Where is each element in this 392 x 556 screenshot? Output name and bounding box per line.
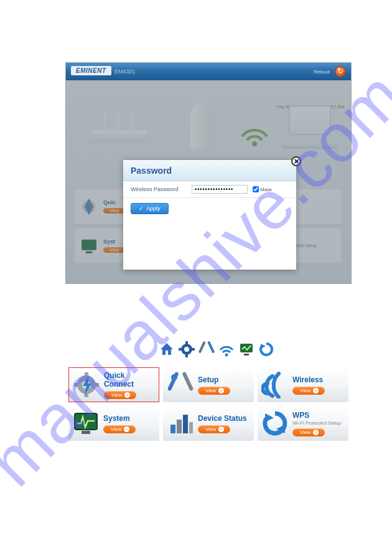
svg-rect-23 — [74, 383, 79, 387]
svg-rect-11 — [179, 348, 182, 351]
card-grid: Quick Connect View Setup View — [68, 367, 355, 441]
wireless-password-input[interactable] — [192, 185, 248, 194]
svg-rect-14 — [207, 341, 215, 354]
card-subtitle: Wi-Fi Protected Setup — [292, 420, 341, 426]
view-button[interactable]: View — [104, 391, 136, 399]
svg-rect-6 — [166, 351, 168, 355]
bar-chart-icon — [167, 410, 194, 437]
wifi-icon[interactable] — [218, 341, 235, 357]
router-body: Thu Nov 07, 2013 10:53:57 AM QuicView ee… — [66, 80, 351, 283]
view-button[interactable]: View — [292, 387, 325, 395]
svg-rect-32 — [170, 425, 175, 433]
svg-rect-34 — [183, 415, 188, 433]
svg-rect-33 — [177, 420, 182, 433]
view-button[interactable]: View — [292, 428, 325, 436]
monitor-icon[interactable] — [238, 341, 254, 357]
password-row-label: Wireless Password — [131, 186, 187, 192]
svg-rect-13 — [198, 341, 206, 354]
svg-marker-18 — [261, 344, 266, 349]
brand-logo: EMINENT — [71, 66, 111, 75]
cycle-arrows-icon — [261, 410, 289, 437]
password-row: Wireless Password Mask — [123, 181, 296, 198]
svg-point-8 — [184, 347, 189, 352]
card-title: Device Status — [198, 414, 247, 423]
gear-bolt-icon — [73, 371, 100, 398]
model-label: EM4391 — [114, 68, 136, 75]
svg-rect-35 — [189, 422, 193, 433]
router-topbar: EMINENT EM4391 Reboot — [66, 63, 351, 80]
card-title: WPS — [292, 411, 341, 420]
router-ui-screenshot: EMINENT EM4391 Reboot Thu Nov 07, 2013 1… — [65, 62, 352, 284]
view-button[interactable]: View — [103, 425, 136, 433]
svg-rect-16 — [240, 344, 253, 352]
card-title: Quick Connect — [104, 371, 155, 389]
svg-point-28 — [171, 374, 177, 380]
card-quick-connect[interactable]: Quick Connect View — [68, 367, 159, 402]
mask-checkbox-input[interactable] — [253, 186, 259, 192]
modal-title: Password — [123, 160, 296, 181]
view-button[interactable]: View — [198, 387, 230, 395]
svg-rect-12 — [192, 348, 195, 351]
mask-checkbox-label: Mask — [260, 187, 272, 192]
gear-icon[interactable] — [179, 341, 195, 357]
signal-waves-icon — [261, 371, 289, 398]
monitor-pulse-icon — [72, 410, 100, 437]
refresh-icon[interactable] — [258, 341, 274, 357]
svg-rect-31 — [82, 431, 90, 434]
view-button[interactable]: View — [198, 425, 230, 433]
card-title: Wireless — [292, 375, 325, 384]
tools-icon[interactable] — [198, 341, 215, 357]
mask-checkbox[interactable]: Mask — [253, 186, 272, 192]
card-system[interactable]: System View — [68, 406, 159, 441]
svg-rect-24 — [94, 383, 99, 387]
wrench-screwdriver-icon — [167, 371, 194, 398]
card-setup[interactable]: Setup View — [163, 367, 254, 402]
svg-rect-17 — [244, 354, 249, 356]
card-title: System — [103, 414, 136, 423]
svg-point-15 — [225, 354, 228, 357]
svg-rect-10 — [185, 354, 188, 357]
modal-close-button[interactable]: ✕ — [291, 156, 301, 166]
reboot-icon[interactable] — [335, 66, 346, 77]
apply-button[interactable]: Apply — [131, 203, 169, 214]
svg-rect-27 — [182, 372, 194, 392]
svg-rect-9 — [185, 341, 188, 344]
svg-marker-36 — [265, 413, 274, 422]
reboot-label: Reboot — [314, 69, 330, 75]
svg-rect-21 — [85, 372, 88, 377]
card-title: Setup — [198, 375, 230, 384]
card-wireless[interactable]: Wireless View — [258, 367, 348, 402]
password-modal: Password Wireless Password Mask Apply — [123, 160, 296, 270]
card-wps[interactable]: WPS Wi-Fi Protected Setup View — [258, 406, 348, 441]
home-icon[interactable] — [159, 341, 175, 357]
toolbar — [159, 341, 274, 357]
card-device-status[interactable]: Device Status View — [163, 406, 254, 441]
